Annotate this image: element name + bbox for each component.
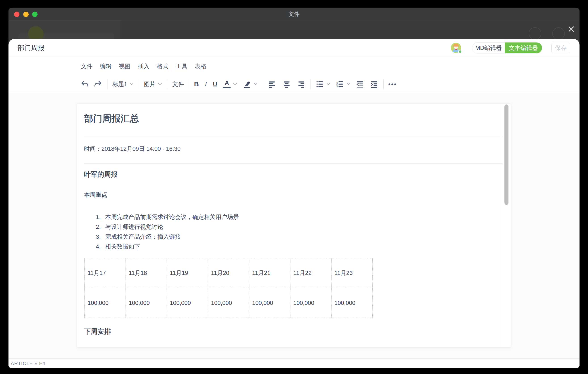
chevron-down-icon xyxy=(158,83,162,86)
avatar-bowtie xyxy=(455,49,457,50)
document-canvas[interactable]: 部门周报汇总 时间：2018年12月09日 14:00 - 16:30 叶军的周… xyxy=(77,104,511,347)
align-left-icon xyxy=(268,80,276,88)
list-item-number: 3. xyxy=(96,233,105,241)
table-cell[interactable]: 100,000 xyxy=(331,288,372,318)
chevron-down-icon xyxy=(233,83,237,86)
align-center-button[interactable] xyxy=(283,79,291,89)
user-avatar[interactable] xyxy=(451,43,461,53)
redo-button[interactable] xyxy=(93,79,102,89)
table-cell[interactable]: 100,000 xyxy=(290,288,331,318)
chevron-down-icon xyxy=(346,83,351,86)
redo-icon xyxy=(93,80,102,88)
table-row: 100,000100,000100,000100,000100,000100,0… xyxy=(85,288,373,318)
chevron-down-icon xyxy=(129,83,134,86)
editor-modal: 部门周报 MD编辑器 文本编辑器 保存 xyxy=(9,39,579,368)
italic-button[interactable]: I xyxy=(205,79,207,89)
text-editor-tab[interactable]: 文本编辑器 xyxy=(505,43,542,53)
save-button[interactable]: 保存 xyxy=(551,43,570,53)
italic-icon: I xyxy=(205,80,207,88)
modal-close-button[interactable] xyxy=(567,25,575,33)
align-right-icon xyxy=(297,80,305,88)
table-header-cell[interactable]: 11月17 xyxy=(85,258,126,288)
underline-icon: U xyxy=(213,80,217,88)
bullet-list-dropdown[interactable] xyxy=(315,79,331,89)
toolbar-separator xyxy=(167,79,167,89)
doc-ordered-list: 1.本周完成产品前期需求讨论会议，确定相关用户场景2.与设计师进行视觉讨论3.完… xyxy=(96,213,239,252)
editor-menubar: 文件编辑视图插入格式工具表格 xyxy=(9,57,579,75)
table-cell[interactable]: 100,000 xyxy=(208,288,249,318)
menu-item-2[interactable]: 视图 xyxy=(119,62,130,70)
online-status-dot xyxy=(458,50,462,54)
horizontal-rule xyxy=(84,137,503,137)
table-cell[interactable]: 100,000 xyxy=(249,288,290,318)
editor-mode-toggle: MD编辑器 文本编辑器 xyxy=(472,42,542,54)
horizontal-rule xyxy=(84,163,503,164)
table-cell[interactable]: 100,000 xyxy=(126,288,167,318)
screenshot-stage: 文件 部门周报 xyxy=(0,0,588,374)
more-tools-button[interactable] xyxy=(388,79,396,89)
file-insert-label: 文件 xyxy=(172,80,184,88)
menu-item-3[interactable]: 插入 xyxy=(138,62,149,70)
list-item-number: 1. xyxy=(96,213,105,221)
toolbar-separator xyxy=(383,79,384,89)
list-item: 2.与设计师进行视觉讨论 xyxy=(96,223,239,231)
table-header-cell[interactable]: 11月23 xyxy=(331,258,372,288)
table-cell[interactable]: 100,000 xyxy=(85,288,126,318)
table-header-cell[interactable]: 11月21 xyxy=(249,258,290,288)
menu-item-4[interactable]: 格式 xyxy=(157,62,168,70)
indent-icon xyxy=(370,80,378,88)
font-color-icon: A xyxy=(223,80,231,88)
heading-style-dropdown[interactable]: 标题1 xyxy=(112,79,134,89)
chevron-down-icon xyxy=(253,83,258,86)
table-header-cell[interactable]: 11月19 xyxy=(167,258,208,288)
toolbar-separator xyxy=(189,79,189,89)
md-editor-tab[interactable]: MD编辑器 xyxy=(472,43,505,53)
toolbar-separator xyxy=(263,79,263,89)
outdent-button[interactable] xyxy=(356,79,364,89)
file-insert-button[interactable]: 文件 xyxy=(172,79,184,89)
menu-item-6[interactable]: 表格 xyxy=(195,62,206,70)
document-scrollbar-track[interactable] xyxy=(502,104,511,347)
menu-item-5[interactable]: 工具 xyxy=(176,62,188,70)
numbered-list-icon: 1 2 3 xyxy=(336,80,344,88)
image-insert-dropdown[interactable]: 图片 xyxy=(144,79,162,89)
ellipsis-icon xyxy=(388,83,396,85)
table-header-cell[interactable]: 11月20 xyxy=(208,258,249,288)
align-left-button[interactable] xyxy=(268,79,276,89)
undo-icon xyxy=(80,80,89,88)
document-scrollbar-thumb[interactable] xyxy=(504,104,508,205)
align-right-button[interactable] xyxy=(297,79,305,89)
bold-icon: B xyxy=(194,80,199,88)
table-header-cell[interactable]: 11月18 xyxy=(126,258,167,288)
font-color-dropdown[interactable]: A xyxy=(223,79,237,89)
indent-button[interactable] xyxy=(370,79,378,89)
undo-button[interactable] xyxy=(80,79,89,89)
window-titlebar: 文件 xyxy=(9,8,579,20)
list-item: 4.相关数据如下 xyxy=(96,242,239,251)
numbered-list-dropdown[interactable]: 1 2 3 xyxy=(336,79,351,89)
doc-data-table: 11月1711月1811月1911月2011月2111月2211月23100,0… xyxy=(84,258,373,318)
list-item-number: 2. xyxy=(96,223,105,231)
list-item-text: 完成相关产品介绍：插入链接 xyxy=(105,233,181,241)
modal-header: 部门周报 MD编辑器 文本编辑器 保存 xyxy=(9,39,579,57)
table-header-cell[interactable]: 11月22 xyxy=(290,258,331,288)
close-icon xyxy=(567,25,575,33)
status-bar: ARTICLE » H1 xyxy=(9,358,579,368)
avatar-hair xyxy=(453,44,459,46)
menu-item-0[interactable]: 文件 xyxy=(81,62,93,70)
bold-button[interactable]: B xyxy=(194,79,199,89)
table-row: 11月1711月1811月1911月2011月2111月2211月23 xyxy=(85,258,373,288)
list-item-text: 本周完成产品前期需求讨论会议，确定相关用户场景 xyxy=(105,213,239,221)
menu-item-1[interactable]: 编辑 xyxy=(100,62,112,70)
list-item-text: 与设计师进行视觉讨论 xyxy=(105,223,163,231)
table-cell[interactable]: 100,000 xyxy=(167,288,208,318)
bullet-list-icon xyxy=(315,80,324,88)
outdent-icon xyxy=(356,80,364,88)
toolbar-separator xyxy=(107,79,107,89)
list-item: 1.本周完成产品前期需求讨论会议，确定相关用户场景 xyxy=(96,213,239,221)
underline-button[interactable]: U xyxy=(213,79,217,89)
list-item-text: 相关数据如下 xyxy=(105,242,140,251)
element-path-breadcrumb: ARTICLE » H1 xyxy=(11,361,46,366)
highlighter-icon xyxy=(242,80,251,88)
highlight-color-dropdown[interactable] xyxy=(242,79,258,89)
